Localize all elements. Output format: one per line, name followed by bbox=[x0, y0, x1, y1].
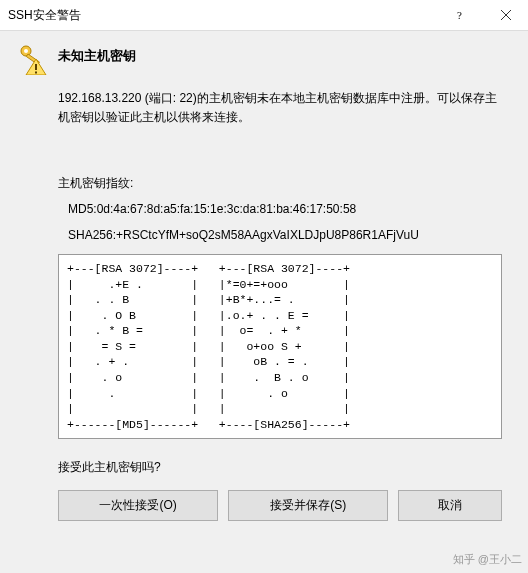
watermark-text: 知乎 @王小二 bbox=[453, 552, 522, 567]
help-button[interactable]: ? bbox=[438, 0, 483, 30]
warning-key-icon bbox=[16, 43, 48, 75]
fingerprint-label: 主机密钥指纹: bbox=[58, 175, 502, 192]
fingerprint-section: 主机密钥指纹: MD5:0d:4a:67:8d:a5:fa:15:1e:3c:d… bbox=[58, 175, 502, 476]
dialog-heading: 未知主机密钥 bbox=[58, 43, 136, 65]
svg-rect-9 bbox=[35, 64, 37, 70]
svg-rect-10 bbox=[35, 72, 37, 74]
cancel-button[interactable]: 取消 bbox=[398, 490, 502, 521]
header-row: 未知主机密钥 bbox=[16, 43, 512, 75]
fingerprint-md5: MD5:0d:4a:67:8d:a5:fa:15:1e:3c:da:81:ba:… bbox=[68, 202, 502, 216]
svg-text:?: ? bbox=[457, 10, 462, 20]
window-title: SSH安全警告 bbox=[8, 7, 438, 24]
message-text: 192.168.13.220 (端口: 22)的主机密钥未在本地主机密钥数据库中… bbox=[58, 89, 508, 127]
accept-once-button[interactable]: 一次性接受(O) bbox=[58, 490, 218, 521]
accept-save-button[interactable]: 接受并保存(S) bbox=[228, 490, 388, 521]
close-button[interactable] bbox=[483, 0, 528, 30]
svg-point-4 bbox=[24, 49, 28, 53]
fingerprint-randomart: +---[RSA 3072]----+ +---[RSA 3072]----+ … bbox=[58, 254, 502, 439]
titlebar: SSH安全警告 ? bbox=[0, 0, 528, 31]
content-area: 未知主机密钥 192.168.13.220 (端口: 22)的主机密钥未在本地主… bbox=[0, 31, 528, 533]
prompt-text: 接受此主机密钥吗? bbox=[58, 459, 502, 476]
button-row: 一次性接受(O) 接受并保存(S) 取消 bbox=[58, 490, 502, 521]
fingerprint-sha256: SHA256:+RSCtcYfM+soQ2sM58AAgxVaIXLDJpU8P… bbox=[68, 228, 502, 242]
